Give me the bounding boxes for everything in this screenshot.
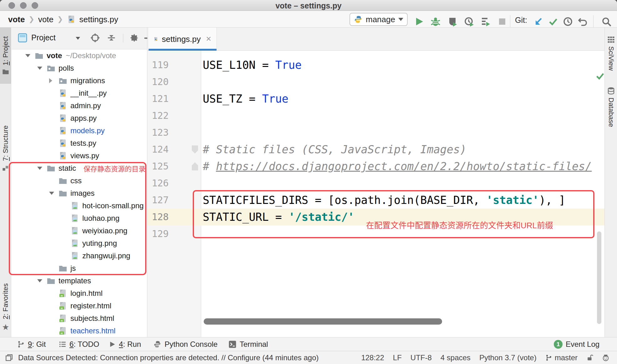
breadcrumb-separator: ❯	[57, 15, 63, 23]
run-with-coverage-button[interactable]	[447, 17, 457, 27]
python-file-icon	[59, 151, 67, 160]
toolwindow-python-console[interactable]: Python Console	[153, 337, 217, 351]
tree-item-templates[interactable]: templates	[12, 275, 147, 287]
git-branch-icon	[17, 341, 25, 348]
tool-stripe-database[interactable]: Database	[605, 87, 617, 127]
terminal-icon	[228, 340, 237, 348]
toolwindow-run[interactable]: 4: Run	[109, 337, 141, 351]
tree-item-tests-py[interactable]: tests.py	[12, 137, 147, 149]
gear-icon[interactable]	[129, 33, 139, 43]
tree-item--init-py[interactable]: __init__.py	[12, 87, 147, 99]
close-tab-icon[interactable]: ✕	[206, 35, 212, 43]
tree-item-register-html[interactable]: Hregister.html	[12, 300, 147, 312]
inspections-ok-icon[interactable]	[595, 71, 605, 81]
tree-item-polls[interactable]: polls	[12, 62, 147, 74]
package-folder-icon	[47, 64, 55, 73]
code-line-119[interactable]: 119USE_L10N = True	[147, 57, 604, 73]
status-message[interactable]: Data Sources Detected: Connection proper…	[18, 351, 319, 364]
tree-down-arrow-icon[interactable]	[37, 279, 47, 282]
encoding-widget[interactable]: UTF-8	[410, 353, 432, 362]
horizontal-scrollbar[interactable]	[204, 318, 442, 325]
code-line-125[interactable]: 125# https://docs.djangoproject.com/en/2…	[147, 158, 604, 175]
folder-icon	[35, 51, 43, 60]
tool-stripe-favorites[interactable]: 2: Favorites ★	[0, 280, 11, 336]
tree-item-models-py[interactable]: models.py	[12, 124, 147, 137]
toolwindow-event-log[interactable]: 1 Event Log	[554, 337, 599, 351]
line-number: 125	[152, 158, 174, 175]
tab-label: settings.py	[162, 34, 201, 44]
git-branch-widget[interactable]: master	[545, 353, 578, 362]
tool-window-bar: 9: Git 6: TODO 4: Run Python Console Ter…	[0, 337, 617, 351]
code-line-121[interactable]: 121USE_TZ = True	[147, 90, 604, 107]
run-button[interactable]	[414, 17, 424, 27]
line-number: 128	[152, 209, 174, 225]
breadcrumb-package[interactable]: vote	[38, 15, 54, 24]
code-line-120[interactable]: 120	[147, 73, 604, 90]
notifications-face-icon[interactable]	[602, 354, 609, 361]
collapse-all-icon[interactable]	[107, 33, 116, 43]
tool-stripe-sciview[interactable]: SciView	[605, 36, 617, 71]
tree-item-vote[interactable]: vote~/Desktop/vote	[12, 49, 147, 62]
tab-settings-py[interactable]: settings.py ✕	[149, 28, 217, 51]
stop-button[interactable]	[497, 17, 507, 27]
line-number: 124	[152, 141, 174, 158]
fold-marker-icon[interactable]	[192, 162, 198, 170]
toolwindow-todo[interactable]: 6: TODO	[59, 337, 99, 351]
todo-list-icon	[59, 341, 66, 348]
breadcrumb: vote ❯ vote ❯ settings.py	[8, 11, 118, 28]
debug-button[interactable]	[431, 17, 441, 27]
tree-down-arrow-icon[interactable]	[25, 54, 35, 57]
tree-item-login-html[interactable]: Hlogin.html	[12, 287, 147, 300]
tree-right-arrow-icon[interactable]	[49, 78, 59, 83]
git-commit-button[interactable]	[548, 17, 558, 27]
git-update-button[interactable]	[533, 17, 543, 27]
tree-item-subjects-html[interactable]: Hsubjects.html	[12, 312, 147, 325]
tree-item-migrations[interactable]: migrations	[12, 74, 147, 87]
indent-widget[interactable]: 4 spaces	[441, 353, 471, 362]
profiler-button[interactable]	[464, 17, 474, 27]
run-play-icon	[109, 341, 116, 348]
history-button[interactable]	[563, 17, 573, 27]
run-configuration-name: manage	[366, 15, 395, 24]
interpreter-widget[interactable]: Python 3.7 (vote)	[479, 353, 537, 362]
run-configuration-select[interactable]: manage	[349, 13, 408, 26]
database-icon	[607, 87, 615, 94]
rollback-button[interactable]	[578, 17, 588, 27]
code-line-124[interactable]: 124# Static files (CSS, JavaScript, Imag…	[147, 141, 604, 158]
tree-item-views-py[interactable]: views.py	[12, 149, 147, 162]
tool-stripe-project[interactable]: 1: Project	[0, 28, 11, 84]
fold-marker-icon[interactable]	[192, 145, 198, 154]
tree-item-apps-py[interactable]: apps.py	[12, 112, 147, 124]
tree-item-teachers-html[interactable]: Hteachers.html	[12, 325, 147, 337]
caret-position-widget[interactable]: 128:22	[361, 353, 384, 362]
project-panel-header: Project	[12, 28, 147, 49]
locate-file-icon[interactable]	[90, 33, 100, 43]
python-console-icon	[153, 340, 161, 348]
run-with-configuration-button[interactable]	[481, 17, 491, 27]
code-line-122[interactable]: 122	[147, 107, 604, 124]
toolwindow-git[interactable]: 9: Git	[17, 337, 46, 351]
panel-title[interactable]: Project	[31, 33, 56, 42]
search-everywhere-icon[interactable]	[601, 17, 611, 27]
svg-text:H: H	[61, 332, 63, 335]
project-view-icon[interactable]	[18, 33, 27, 43]
unlocked-icon[interactable]	[586, 354, 593, 361]
toolbar-separator	[510, 15, 510, 27]
code-line-126[interactable]: 126	[147, 175, 604, 192]
breadcrumb-project[interactable]: vote	[8, 15, 25, 24]
status-widgets: 128:22 LF UTF-8 4 spaces Python 3.7 (vot…	[361, 351, 609, 364]
tool-window-switcher-icon[interactable]	[5, 354, 13, 361]
python-file-icon	[59, 114, 67, 123]
line-ending-widget[interactable]: LF	[393, 353, 402, 362]
annotation-box-static-folder	[9, 162, 146, 275]
tree-down-arrow-icon[interactable]	[37, 67, 47, 70]
toolwindow-terminal[interactable]: Terminal	[228, 337, 268, 351]
tree-item-admin-py[interactable]: admin.py	[12, 99, 147, 112]
folder-icon	[47, 276, 55, 285]
chevron-down-icon	[76, 37, 80, 40]
python-file-icon	[59, 101, 67, 110]
vertical-scrollbar[interactable]	[597, 231, 601, 324]
code-line-123[interactable]: 123	[147, 124, 604, 141]
code-text: USE_L10N = True	[203, 57, 302, 73]
breadcrumb-file[interactable]: settings.py	[79, 15, 118, 24]
